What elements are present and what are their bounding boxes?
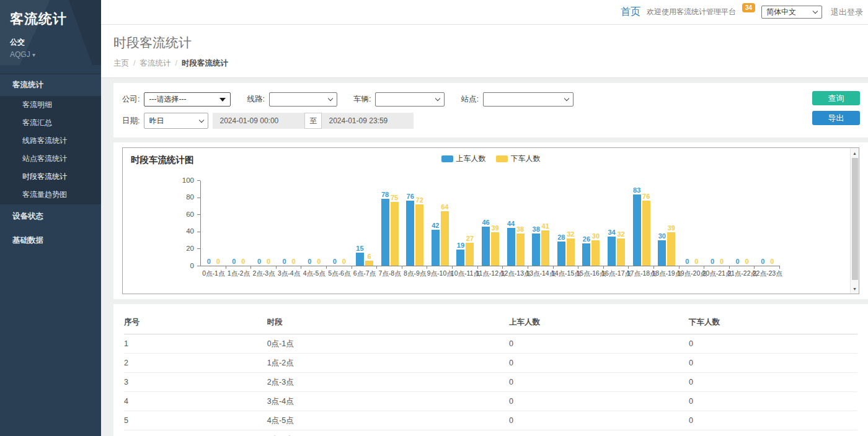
bar-group: 384113点-14点 xyxy=(528,181,554,266)
bar-value-label: 0 xyxy=(216,258,220,265)
bar xyxy=(365,261,373,266)
breadcrumb-item[interactable]: 主页 xyxy=(113,59,129,68)
bar xyxy=(617,238,625,266)
bar-value-label: 0 xyxy=(267,258,270,265)
sidebar-item-基础数据[interactable]: 基础数据 xyxy=(0,229,101,253)
table-cell: 4点-5点 xyxy=(267,411,509,430)
date-to-input[interactable]: 2024-01-09 23:59 xyxy=(322,113,414,129)
scroll-up-icon[interactable]: ▲ xyxy=(851,149,859,157)
table-cell: 4 xyxy=(124,392,267,411)
legend-label: 上车人数 xyxy=(456,154,486,164)
bar-column: 15 xyxy=(356,245,364,266)
sidebar-item-客流汇总[interactable]: 客流汇总 xyxy=(0,114,101,132)
bar xyxy=(482,227,490,266)
user-dropdown[interactable]: AQGJ ▾ xyxy=(10,50,91,59)
x-tick-label: 1点-2点 xyxy=(228,269,250,278)
bar xyxy=(432,230,440,266)
bar-column: 19 xyxy=(456,242,464,266)
query-button[interactable]: 查询 xyxy=(812,91,860,105)
bar-value-label: 42 xyxy=(432,222,439,229)
bar-column: 72 xyxy=(415,197,423,266)
table-cell: 0 xyxy=(509,373,689,392)
home-link[interactable]: 首页 xyxy=(621,6,640,19)
logout-link[interactable]: 退出登录 xyxy=(831,7,863,18)
notification-badge[interactable]: 34 xyxy=(742,3,755,12)
bar-value-label: 0 xyxy=(333,258,337,265)
sidebar-item-时段客流统计[interactable]: 时段客流统计 xyxy=(0,168,101,186)
line-select[interactable] xyxy=(269,92,337,107)
data-table: 序号时段上车人数下车人数 10点-1点0021点-2点0032点-3点0043点… xyxy=(124,312,857,436)
bar xyxy=(667,232,675,266)
bar-column: 38 xyxy=(516,226,525,266)
breadcrumb-item[interactable]: 客流统计 xyxy=(140,59,170,68)
legend-label: 下车人数 xyxy=(511,154,541,164)
scroll-down-icon[interactable]: ▼ xyxy=(851,284,859,293)
table-cell: 3点-4点 xyxy=(267,392,509,411)
sidebar-item-客流统计[interactable]: 客流统计 xyxy=(0,74,101,96)
chart-panel: 时段车流统计图 上车人数下车人数 020406080100 000点-1点001… xyxy=(122,147,859,294)
scrollbar-thumb[interactable] xyxy=(852,158,858,280)
bar-value-label: 76 xyxy=(407,193,414,200)
bar-value-label: 0 xyxy=(292,258,296,265)
sidebar-menu: 客流统计客流明细客流汇总线路客流统计站点客流统计时段客流统计客流量趋势图设备状态… xyxy=(0,74,101,253)
chevron-down-icon xyxy=(564,96,569,101)
station-select[interactable] xyxy=(483,92,574,107)
x-tick-label: 22点-23点 xyxy=(753,269,782,278)
chart-scrollbar[interactable]: ▲ ▼ xyxy=(850,148,859,294)
table-header-cell: 上车人数 xyxy=(509,312,689,334)
bar-group: 004点-5点 xyxy=(301,181,327,266)
chevron-down-icon: ▾ xyxy=(32,51,35,58)
bar-value-label: 0 xyxy=(761,258,764,265)
bar xyxy=(591,240,600,266)
sidebar-item-线路客流统计[interactable]: 线路客流统计 xyxy=(0,132,101,150)
chevron-down-icon xyxy=(328,96,333,101)
x-tick-label: 3点-4点 xyxy=(278,269,300,278)
legend-item[interactable]: 上车人数 xyxy=(441,154,486,164)
bar-value-label: 0 xyxy=(257,258,261,265)
bar-column: 0 xyxy=(743,258,751,266)
date-preset-select[interactable]: 昨日 xyxy=(144,113,208,129)
bar xyxy=(381,199,389,266)
bar-column: 0 xyxy=(683,258,691,266)
bar xyxy=(516,233,525,266)
company-select[interactable]: ---请选择--- xyxy=(144,92,231,107)
caret-down-icon xyxy=(219,98,226,102)
vehicle-label: 车辆: xyxy=(353,94,371,105)
sidebar-item-站点客流统计[interactable]: 站点客流统计 xyxy=(0,150,101,168)
bar-value-label: 78 xyxy=(381,191,389,198)
bar xyxy=(541,230,549,266)
sidebar-item-设备状态[interactable]: 设备状态 xyxy=(0,204,101,229)
language-select[interactable]: 简体中文 xyxy=(761,6,822,19)
bar-value-label: 0 xyxy=(342,258,346,265)
bar-value-label: 44 xyxy=(507,220,515,227)
bar-value-label: 64 xyxy=(441,204,448,211)
bar-value-label: 0 xyxy=(770,258,774,265)
sidebar-item-客流明细[interactable]: 客流明细 xyxy=(0,96,101,114)
table-cell: 5 xyxy=(124,411,267,430)
vehicle-select[interactable] xyxy=(375,92,445,107)
bar-value-label: 39 xyxy=(668,225,675,232)
legend-item[interactable]: 下车人数 xyxy=(496,154,541,164)
bar-column: 0 xyxy=(205,258,213,266)
bar-value-label: 46 xyxy=(482,219,489,226)
x-tick-label: 7点-8点 xyxy=(378,269,401,278)
bar-group: 002点-3点 xyxy=(251,181,277,266)
table-cell: 2点-3点 xyxy=(267,373,509,392)
sidebar-item-客流量趋势图[interactable]: 客流量趋势图 xyxy=(0,186,101,204)
welcome-text: 欢迎使用客流统计管理平台 xyxy=(647,7,736,17)
bar-group: 443812点-13点 xyxy=(503,181,528,266)
table-cell: 0 xyxy=(509,354,689,373)
bar-column: 0 xyxy=(255,258,264,266)
date-label: 日期: xyxy=(122,116,140,126)
bar-column: 0 xyxy=(717,258,725,266)
language-select-value: 简体中文 xyxy=(766,7,796,17)
export-button[interactable]: 导出 xyxy=(812,111,860,125)
app-logo-title: 客流统计 xyxy=(10,10,91,28)
bar-value-label: 30 xyxy=(592,233,600,240)
org-label: 公交 xyxy=(10,37,91,48)
user-name: AQGJ xyxy=(10,50,30,59)
bar-column: 0 xyxy=(693,258,701,266)
table-cell: 0 xyxy=(689,373,857,392)
station-label: 站点: xyxy=(461,94,478,105)
date-from-input[interactable]: 2024-01-09 00:00 xyxy=(213,113,304,129)
